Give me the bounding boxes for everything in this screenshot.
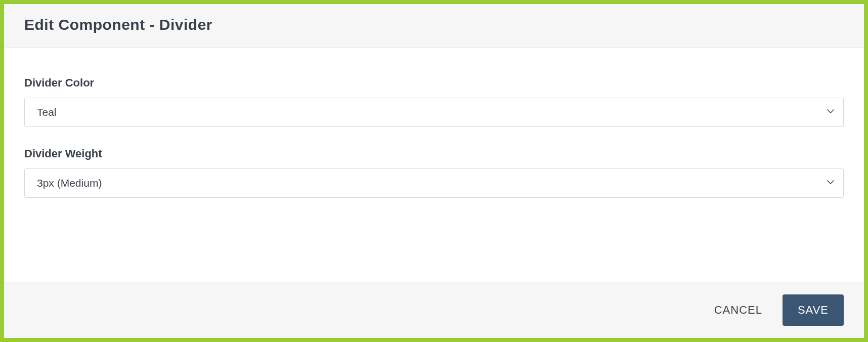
divider-weight-value: 3px (Medium)	[37, 177, 102, 189]
modal-header: Edit Component - Divider	[4, 4, 864, 48]
modal-body: Divider Color Teal Divider Weight 3px (M…	[4, 48, 864, 282]
divider-color-select[interactable]: Teal	[24, 98, 844, 127]
divider-weight-select[interactable]: 3px (Medium)	[24, 168, 844, 198]
save-button[interactable]: SAVE	[783, 294, 844, 326]
modal-title: Edit Component - Divider	[24, 16, 844, 33]
divider-weight-select-wrap: 3px (Medium)	[24, 168, 844, 198]
cancel-button[interactable]: CANCEL	[710, 297, 766, 323]
modal-footer: CANCEL SAVE	[4, 282, 864, 338]
divider-weight-label: Divider Weight	[24, 147, 844, 160]
divider-color-select-wrap: Teal	[24, 98, 844, 127]
divider-color-value: Teal	[37, 106, 57, 118]
divider-weight-group: Divider Weight 3px (Medium)	[24, 147, 844, 198]
divider-color-label: Divider Color	[24, 76, 844, 90]
edit-component-modal: Edit Component - Divider Divider Color T…	[0, 0, 868, 342]
divider-color-group: Divider Color Teal	[24, 76, 844, 127]
